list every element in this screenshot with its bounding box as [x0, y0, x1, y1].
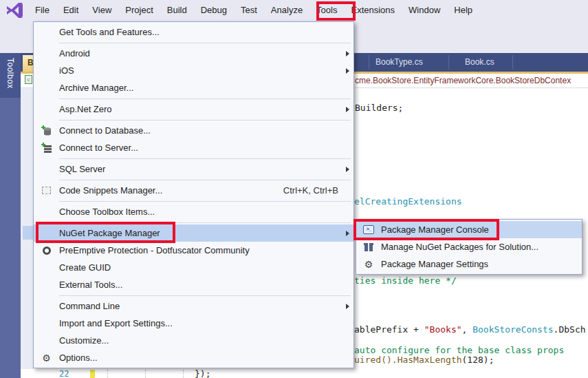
code-text: ,: [462, 324, 473, 335]
code-text: .DbSch: [554, 324, 586, 335]
menu-separator: [59, 295, 351, 296]
annotation-box-tools: [316, 1, 356, 21]
change-tracking-bar: [90, 370, 95, 378]
menu-item-android[interactable]: Android: [34, 45, 353, 62]
submenu-arrow-icon: [346, 304, 349, 309]
menu-item-label: Options...: [59, 353, 98, 363]
menu-item-sql-server[interactable]: SQL Server: [34, 160, 353, 178]
menu-item-label: Customize...: [59, 335, 109, 346]
menubar-item-file[interactable]: File: [28, 0, 56, 21]
tab-booktype[interactable]: BookType.cs: [375, 57, 423, 67]
code-line-closing: });: [195, 368, 210, 378]
toolbox-tab-label: Toolbox: [6, 58, 15, 89]
code-line-using: Builders;: [355, 103, 403, 113]
menubar-item-window[interactable]: Window: [402, 0, 447, 21]
menu-item-import-export[interactable]: Import and Export Settings...: [34, 315, 353, 332]
menubar-item-debug[interactable]: Debug: [194, 0, 234, 21]
menu-separator: [59, 180, 351, 180]
gear-icon: ⚙: [364, 260, 373, 269]
menu-item-archive-manager[interactable]: Archive Manager...: [34, 79, 353, 96]
menu-item-label: iOS: [59, 65, 74, 76]
submenu-item-label: Manage NuGet Packages for Solution...: [381, 242, 538, 252]
menu-item-preemptive[interactable]: PreEmptive Protection - Dotfuscator Comm…: [34, 242, 353, 259]
menu-item-code-snippets[interactable]: Code Snippets Manager... Ctrl+K, Ctrl+B: [34, 182, 353, 199]
menu-item-shortcut: Ctrl+K, Ctrl+B: [283, 185, 338, 196]
menu-item-label: Create GUID: [59, 262, 111, 273]
menu-item-options[interactable]: ⚙ Options...: [34, 349, 353, 366]
menubar-item-analyze[interactable]: Analyze: [264, 0, 309, 21]
submenu-arrow-icon: [346, 68, 349, 74]
submenu-arrow-icon: [346, 231, 349, 236]
menu-item-connect-database[interactable]: Connect to Database...: [34, 122, 353, 139]
menu-item-ios[interactable]: iOS: [34, 62, 353, 79]
menu-item-label: Import and Export Settings...: [59, 318, 173, 328]
menubar-item-build[interactable]: Build: [160, 0, 194, 21]
tools-menu-popup: Get Tools and Features... Android iOS Ar…: [33, 21, 354, 368]
code-text: ablePrefix +: [354, 324, 424, 335]
submenu-item-label: Package Manager Settings: [381, 259, 488, 269]
package-icon: [364, 242, 373, 252]
tab-book[interactable]: Book.cs: [465, 57, 494, 67]
code-text: (128);: [462, 355, 494, 365]
tab-separator: [369, 55, 369, 70]
menu-item-label: External Tools...: [59, 280, 122, 290]
indent-guide: [183, 370, 184, 378]
menu-item-get-tools[interactable]: Get Tools and Features...: [34, 23, 353, 41]
code-method: HasMaxLength: [398, 355, 462, 365]
menu-item-label: Archive Manager...: [59, 83, 133, 93]
code-line-config: uired().HasMaxLength(128);: [354, 355, 494, 365]
vs-window: File Edit View Project Build Debug Test …: [0, 0, 588, 378]
menu-item-label: PreEmptive Protection - Dotfuscator Comm…: [59, 245, 250, 255]
indent-guide: [107, 370, 109, 378]
menu-item-create-guid[interactable]: Create GUID: [34, 259, 353, 276]
code-type: BookStoreConsts: [472, 324, 553, 335]
code-method: uired().: [354, 355, 398, 365]
code-line-books: ablePrefix + "Books", BookStoreConsts.Db…: [354, 324, 586, 335]
toolbox-collapsed-tab[interactable]: Toolbox: [0, 48, 21, 98]
menu-item-label: Get Tools and Features...: [59, 27, 160, 37]
menubar-item-project[interactable]: Project: [118, 0, 160, 21]
menu-item-label: Connect to Database...: [59, 125, 151, 136]
code-string: "Books": [424, 324, 462, 335]
menu-separator: [59, 98, 351, 99]
menu-item-choose-toolbox[interactable]: Choose Toolbox Items...: [34, 203, 353, 220]
dotfuscator-icon: [43, 246, 51, 255]
menubar-item-view[interactable]: View: [85, 0, 118, 21]
margin-highlight-chip: [23, 226, 33, 240]
menubar-item-edit[interactable]: Edit: [56, 0, 85, 21]
breadcrumb[interactable]: cme.BookStore.EntityFrameworkCore.BookSt…: [355, 76, 571, 85]
submenu-item-package-settings[interactable]: ⚙ Package Manager Settings: [356, 255, 582, 273]
menu-item-aspnet-zero[interactable]: Asp.Net Zero: [34, 101, 353, 118]
database-connect-icon: [41, 125, 52, 136]
menu-item-label: Connect to Server...: [59, 143, 138, 153]
left-dock-strip: Toolbox: [0, 45, 21, 378]
submenu-item-manage-packages[interactable]: Manage NuGet Packages for Solution...: [356, 238, 582, 255]
menu-separator: [59, 43, 351, 43]
line-number: 22: [59, 369, 69, 378]
code-line-comment2: auto configure for the base class props: [354, 345, 564, 355]
code-line-classname: elCreatingExtensions: [354, 196, 462, 207]
menu-item-connect-server[interactable]: Connect to Server...: [34, 139, 353, 156]
menu-item-label: Choose Toolbox Items...: [59, 207, 155, 217]
annotation-box-nuget: [36, 222, 175, 243]
code-snippets-icon: [42, 187, 51, 194]
menubar-item-help[interactable]: Help: [447, 0, 479, 21]
code-line-comment: ties inside here */: [354, 275, 457, 286]
menu-item-label: Code Snippets Manager...: [59, 185, 162, 196]
menu-separator: [59, 120, 351, 120]
breadcrumb-class-icon: c: [25, 75, 32, 84]
menu-bar: File Edit View Project Build Debug Test …: [0, 0, 588, 21]
submenu-arrow-icon: [346, 51, 349, 56]
menubar-item-test[interactable]: Test: [234, 0, 264, 21]
menu-item-label: SQL Server: [59, 164, 105, 174]
tab-separator: [448, 55, 449, 70]
menu-separator: [59, 158, 351, 159]
menu-item-label: Asp.Net Zero: [59, 104, 112, 114]
menu-item-label: Command Line: [59, 301, 120, 311]
menu-item-customize[interactable]: Customize...: [34, 332, 353, 349]
server-connect-icon: [41, 143, 52, 154]
menu-item-command-line[interactable]: Command Line: [34, 297, 353, 315]
gear-icon: ⚙: [42, 353, 51, 363]
menu-item-external-tools[interactable]: External Tools...: [34, 276, 353, 293]
menu-item-label: Android: [59, 48, 90, 59]
